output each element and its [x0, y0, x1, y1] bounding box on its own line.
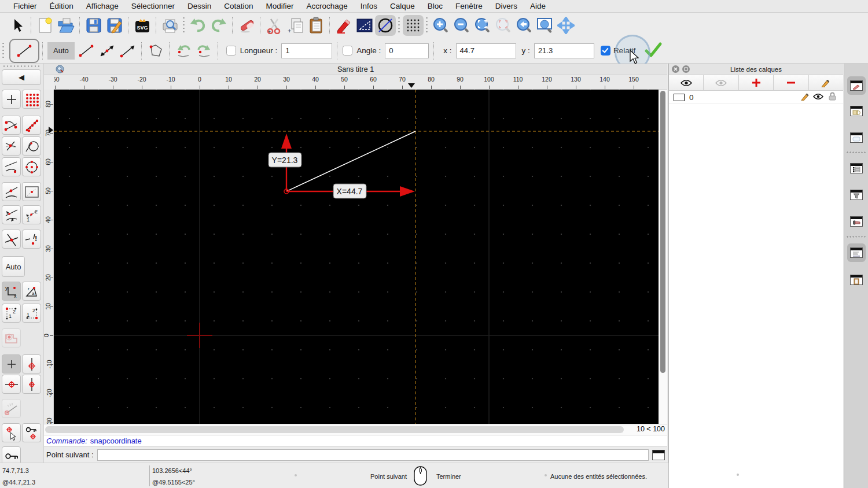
add-layer-button[interactable] [739, 75, 774, 90]
horizontal-scrollbar[interactable]: 10 < 100 [44, 424, 667, 435]
angle-field[interactable]: 0 [385, 43, 429, 58]
cartesian-coordinates-button[interactable]: yx [2, 282, 21, 301]
corner-point-1-button[interactable]: 12 [2, 304, 21, 323]
menu-dessin[interactable]: Dessin [181, 2, 218, 10]
layer-visibility-button[interactable] [813, 93, 823, 102]
snap-free-button[interactable] [2, 90, 21, 109]
snap-intersection-auto-button[interactable] [2, 136, 21, 156]
restrict-horizontal-button[interactable] [2, 375, 21, 394]
copy-button[interactable]: + [285, 15, 306, 36]
show-all-layers-button[interactable] [669, 75, 704, 90]
ortho-mode-button[interactable] [354, 15, 375, 36]
grid-toggle-button[interactable] [403, 15, 424, 36]
longueur-field[interactable]: 1 [281, 43, 332, 58]
dock-clipboard-button[interactable] [847, 271, 866, 289]
back-button[interactable]: ◀ [2, 69, 41, 85]
undo-button[interactable] [187, 15, 208, 36]
menu-modifier[interactable]: Modifier [259, 2, 300, 10]
menu-fenetre[interactable]: Fenêtre [449, 2, 489, 10]
draft-mode-button[interactable] [375, 15, 396, 36]
lock-relative-zero-button[interactable] [22, 423, 41, 442]
new-document-button[interactable] [35, 15, 56, 36]
edit-layer-button[interactable] [809, 75, 843, 90]
line-one-direction-button[interactable] [117, 40, 138, 61]
zoom-redraw-button[interactable] [514, 15, 535, 36]
float-panel-button[interactable] [682, 65, 690, 73]
menu-affichage[interactable]: Affichage [80, 2, 125, 10]
snap-middle-manual-button[interactable] [2, 328, 21, 347]
document-tabbar[interactable]: Sans titre 1 [44, 64, 667, 75]
snap-grid-button[interactable] [22, 90, 41, 109]
menu-infos[interactable]: Infos [354, 2, 384, 10]
dock-block-list-button[interactable] [847, 102, 866, 120]
menu-fichier[interactable]: Fichier [7, 2, 43, 10]
zoom-out-button[interactable] [451, 15, 472, 36]
command-input[interactable] [97, 449, 649, 461]
close-polyline-button[interactable] [145, 40, 166, 61]
snap-distance-button[interactable] [22, 182, 41, 201]
menu-calque[interactable]: Calque [384, 2, 421, 10]
zoom-auto-button[interactable] [472, 15, 493, 36]
dock-command-line-button[interactable] [847, 243, 866, 262]
palette-handle[interactable] [2, 65, 41, 68]
horizontal-scrollbar-thumb[interactable] [45, 426, 624, 433]
snap-center-button[interactable] [22, 157, 41, 176]
current-tool-line-button[interactable] [9, 39, 39, 63]
vertical-scrollbar-thumb[interactable] [660, 91, 665, 373]
redo-segment-button[interactable] [194, 40, 215, 61]
undo-segment-button[interactable] [173, 40, 194, 61]
zoom-window-button[interactable] [535, 15, 556, 36]
layer-lock-button[interactable] [829, 92, 836, 102]
menu-accrochage[interactable]: Accrochage [300, 2, 354, 10]
vertical-scrollbar[interactable] [659, 90, 667, 424]
layer-row[interactable]: 0 [669, 91, 843, 104]
line-both-directions-button[interactable] [97, 40, 117, 61]
close-panel-button[interactable] [672, 65, 679, 73]
restrict-angle-button[interactable] [2, 399, 21, 418]
apply-coordinates-button[interactable] [644, 42, 663, 60]
toolbar-handle[interactable] [182, 16, 186, 35]
menu-divers[interactable]: Divers [489, 2, 524, 10]
menu-cotation[interactable]: Cotation [218, 2, 259, 10]
print-preview-button[interactable] [160, 15, 181, 36]
restrict-nothing-button[interactable] [2, 354, 21, 374]
auto-mode-button[interactable]: Auto [47, 42, 75, 60]
toggle-command-widget-button[interactable] [652, 450, 665, 460]
snap-middle-button[interactable] [2, 182, 21, 201]
snap-intersection-button[interactable] [2, 230, 21, 249]
menu-bloc[interactable]: Bloc [421, 2, 449, 10]
restrict-vertical-button[interactable] [22, 375, 41, 394]
snap-intersection-manual-button[interactable]: ! [22, 230, 41, 249]
dock-filter-button[interactable] [847, 186, 866, 204]
dock-layer-list-button[interactable] [847, 76, 866, 95]
snap-auto-button[interactable]: Auto [2, 256, 25, 277]
relatif-checkbox[interactable] [601, 46, 610, 56]
cut-button[interactable]: + [264, 15, 285, 36]
redo-button[interactable] [208, 15, 229, 36]
menu-selectionner[interactable]: Sélectionner [125, 2, 181, 10]
layer-edit-button[interactable] [801, 92, 810, 102]
remove-layer-button[interactable] [774, 75, 808, 90]
save-button[interactable] [83, 15, 104, 36]
menu-edition[interactable]: Édition [43, 2, 80, 10]
snap-sequence-button[interactable]: 21 [22, 205, 41, 224]
export-svg-button[interactable]: SVG [132, 15, 153, 36]
dock-section-button[interactable] [847, 212, 866, 231]
snap-endpoint-button[interactable] [2, 116, 21, 135]
zoom-in-button[interactable] [431, 15, 451, 36]
zoom-pan-button[interactable] [556, 15, 576, 36]
restrict-entity-button[interactable] [2, 205, 21, 224]
menu-aide[interactable]: Aide [524, 2, 552, 10]
save-as-button[interactable] [104, 15, 125, 36]
toolbar-handle[interactable] [425, 16, 429, 35]
dock-command-options-button[interactable] [847, 159, 866, 178]
drawing-canvas[interactable]: Y=21.3 X=44.7 [54, 90, 659, 424]
zoom-previous-button[interactable] [493, 15, 514, 36]
select-pointer-button[interactable] [7, 15, 28, 36]
hide-all-layers-button[interactable] [704, 75, 738, 90]
toolbar-handle[interactable] [2, 42, 5, 60]
snap-nearest-button[interactable] [2, 157, 21, 176]
edit-entity-button[interactable] [333, 15, 354, 36]
corner-point-2-button[interactable]: 12 [22, 304, 41, 323]
open-file-button[interactable] [56, 15, 76, 36]
